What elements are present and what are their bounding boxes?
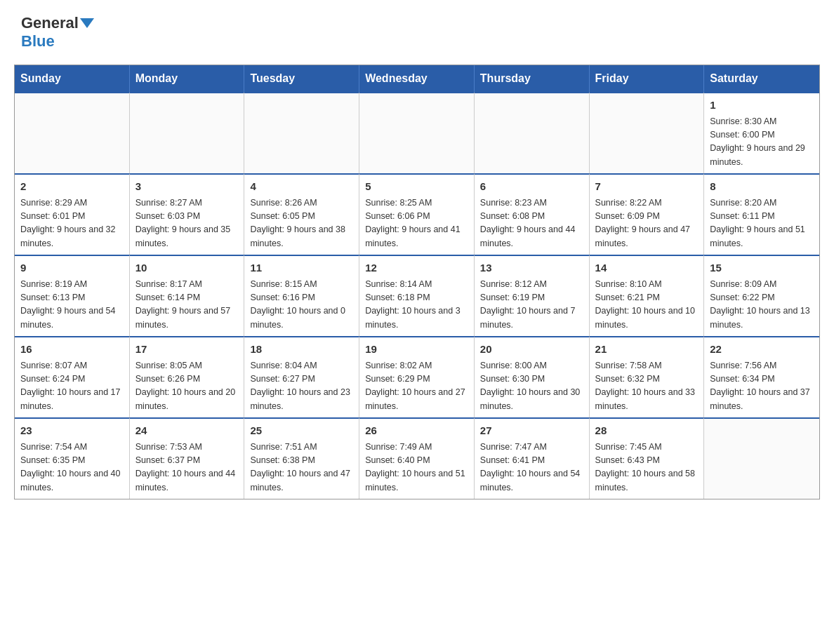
day-header-saturday: Saturday	[704, 65, 819, 92]
day-info: Sunrise: 8:22 AM Sunset: 6:09 PM Dayligh…	[595, 196, 699, 251]
day-info: Sunrise: 8:17 AM Sunset: 6:14 PM Dayligh…	[135, 278, 239, 333]
day-info: Sunrise: 8:09 AM Sunset: 6:22 PM Dayligh…	[710, 278, 814, 333]
day-cell-week1-day4	[359, 92, 475, 173]
day-cell-week5-day6: 28Sunrise: 7:45 AM Sunset: 6:43 PM Dayli…	[590, 417, 705, 499]
day-info: Sunrise: 7:56 AM Sunset: 6:34 PM Dayligh…	[710, 359, 814, 414]
day-info: Sunrise: 7:58 AM Sunset: 6:32 PM Dayligh…	[595, 359, 699, 414]
day-number: 26	[365, 423, 468, 439]
day-header-friday: Friday	[590, 65, 705, 92]
day-header-thursday: Thursday	[475, 65, 590, 92]
day-cell-week4-day4: 19Sunrise: 8:02 AM Sunset: 6:29 PM Dayli…	[359, 336, 475, 417]
day-cell-week3-day7: 15Sunrise: 8:09 AM Sunset: 6:22 PM Dayli…	[704, 255, 819, 336]
page-header: General Blue	[0, 0, 834, 58]
day-number: 25	[250, 423, 353, 439]
day-info: Sunrise: 8:26 AM Sunset: 6:05 PM Dayligh…	[250, 196, 353, 251]
day-cell-week2-day5: 6Sunrise: 8:23 AM Sunset: 6:08 PM Daylig…	[475, 173, 590, 255]
day-number: 5	[365, 179, 468, 195]
day-cell-week3-day5: 13Sunrise: 8:12 AM Sunset: 6:19 PM Dayli…	[475, 255, 590, 336]
day-info: Sunrise: 8:19 AM Sunset: 6:13 PM Dayligh…	[20, 278, 124, 333]
day-header-monday: Monday	[130, 65, 245, 92]
day-number: 1	[710, 98, 814, 114]
day-info: Sunrise: 8:10 AM Sunset: 6:21 PM Dayligh…	[595, 278, 699, 333]
day-cell-week2-day7: 8Sunrise: 8:20 AM Sunset: 6:11 PM Daylig…	[704, 173, 819, 255]
logo-triangle-icon	[80, 18, 94, 28]
day-cell-week2-day3: 4Sunrise: 8:26 AM Sunset: 6:05 PM Daylig…	[244, 173, 359, 255]
day-cell-week4-day3: 18Sunrise: 8:04 AM Sunset: 6:27 PM Dayli…	[244, 336, 359, 417]
day-info: Sunrise: 8:00 AM Sunset: 6:30 PM Dayligh…	[480, 359, 583, 414]
day-info: Sunrise: 8:04 AM Sunset: 6:27 PM Dayligh…	[250, 359, 353, 414]
day-number: 2	[20, 179, 124, 195]
day-header-sunday: Sunday	[15, 65, 130, 92]
day-info: Sunrise: 8:02 AM Sunset: 6:29 PM Dayligh…	[365, 359, 468, 414]
day-number: 18	[250, 342, 353, 358]
day-info: Sunrise: 8:25 AM Sunset: 6:06 PM Dayligh…	[365, 196, 468, 251]
day-cell-week5-day2: 24Sunrise: 7:53 AM Sunset: 6:37 PM Dayli…	[130, 417, 245, 499]
day-number: 4	[250, 179, 353, 195]
day-info: Sunrise: 8:12 AM Sunset: 6:19 PM Dayligh…	[480, 278, 583, 333]
day-number: 24	[135, 423, 239, 439]
day-cell-week4-day1: 16Sunrise: 8:07 AM Sunset: 6:24 PM Dayli…	[15, 336, 130, 417]
day-cell-week5-day1: 23Sunrise: 7:54 AM Sunset: 6:35 PM Dayli…	[15, 417, 130, 499]
day-number: 12	[365, 260, 468, 276]
logo-general-text: General	[21, 14, 79, 32]
day-info: Sunrise: 7:45 AM Sunset: 6:43 PM Dayligh…	[595, 441, 699, 495]
day-number: 10	[135, 260, 239, 276]
day-number: 11	[250, 260, 353, 276]
day-cell-week1-day3	[244, 92, 359, 173]
day-number: 27	[480, 423, 583, 439]
day-cell-week2-day1: 2Sunrise: 8:29 AM Sunset: 6:01 PM Daylig…	[15, 173, 130, 255]
day-info: Sunrise: 8:07 AM Sunset: 6:24 PM Dayligh…	[20, 359, 124, 414]
day-cell-week1-day2	[130, 92, 245, 173]
day-cell-week3-day3: 11Sunrise: 8:15 AM Sunset: 6:16 PM Dayli…	[244, 255, 359, 336]
day-cell-week1-day6	[590, 92, 705, 173]
day-info: Sunrise: 8:15 AM Sunset: 6:16 PM Dayligh…	[250, 278, 353, 333]
day-cell-week1-day5	[475, 92, 590, 173]
day-cell-week2-day6: 7Sunrise: 8:22 AM Sunset: 6:09 PM Daylig…	[590, 173, 705, 255]
day-number: 19	[365, 342, 468, 358]
calendar-header-row: SundayMondayTuesdayWednesdayThursdayFrid…	[15, 65, 819, 92]
day-cell-week5-day3: 25Sunrise: 7:51 AM Sunset: 6:38 PM Dayli…	[244, 417, 359, 499]
day-cell-week1-day1	[15, 92, 130, 173]
day-cell-week5-day7	[704, 417, 819, 499]
day-cell-week5-day4: 26Sunrise: 7:49 AM Sunset: 6:40 PM Dayli…	[359, 417, 475, 499]
day-number: 16	[20, 342, 124, 358]
day-cell-week3-day1: 9Sunrise: 8:19 AM Sunset: 6:13 PM Daylig…	[15, 255, 130, 336]
day-cell-week3-day6: 14Sunrise: 8:10 AM Sunset: 6:21 PM Dayli…	[590, 255, 705, 336]
day-info: Sunrise: 8:30 AM Sunset: 6:00 PM Dayligh…	[710, 115, 814, 170]
day-number: 7	[595, 179, 699, 195]
day-info: Sunrise: 7:51 AM Sunset: 6:38 PM Dayligh…	[250, 441, 353, 495]
day-number: 13	[480, 260, 583, 276]
day-info: Sunrise: 7:49 AM Sunset: 6:40 PM Dayligh…	[365, 441, 468, 495]
day-cell-week2-day4: 5Sunrise: 8:25 AM Sunset: 6:06 PM Daylig…	[359, 173, 475, 255]
day-number: 23	[20, 423, 124, 439]
day-info: Sunrise: 8:20 AM Sunset: 6:11 PM Dayligh…	[710, 196, 814, 251]
day-number: 22	[710, 342, 814, 358]
day-cell-week4-day6: 21Sunrise: 7:58 AM Sunset: 6:32 PM Dayli…	[590, 336, 705, 417]
day-cell-week1-day7: 1Sunrise: 8:30 AM Sunset: 6:00 PM Daylig…	[704, 92, 819, 173]
day-info: Sunrise: 7:53 AM Sunset: 6:37 PM Dayligh…	[135, 441, 239, 495]
day-number: 21	[595, 342, 699, 358]
day-cell-week4-day2: 17Sunrise: 8:05 AM Sunset: 6:26 PM Dayli…	[130, 336, 245, 417]
logo: General Blue	[21, 14, 94, 51]
day-info: Sunrise: 7:54 AM Sunset: 6:35 PM Dayligh…	[20, 441, 124, 495]
logo-blue-text: Blue	[21, 32, 94, 51]
day-info: Sunrise: 8:29 AM Sunset: 6:01 PM Dayligh…	[20, 196, 124, 251]
day-cell-week4-day7: 22Sunrise: 7:56 AM Sunset: 6:34 PM Dayli…	[704, 336, 819, 417]
day-cell-week5-day5: 27Sunrise: 7:47 AM Sunset: 6:41 PM Dayli…	[475, 417, 590, 499]
calendar-body: 1Sunrise: 8:30 AM Sunset: 6:00 PM Daylig…	[15, 92, 819, 499]
day-header-tuesday: Tuesday	[244, 65, 359, 92]
day-info: Sunrise: 7:47 AM Sunset: 6:41 PM Dayligh…	[480, 441, 583, 495]
day-number: 20	[480, 342, 583, 358]
day-cell-week3-day2: 10Sunrise: 8:17 AM Sunset: 6:14 PM Dayli…	[130, 255, 245, 336]
day-number: 17	[135, 342, 239, 358]
day-info: Sunrise: 8:23 AM Sunset: 6:08 PM Dayligh…	[480, 196, 583, 251]
day-cell-week4-day5: 20Sunrise: 8:00 AM Sunset: 6:30 PM Dayli…	[475, 336, 590, 417]
day-header-wednesday: Wednesday	[359, 65, 475, 92]
day-info: Sunrise: 8:14 AM Sunset: 6:18 PM Dayligh…	[365, 278, 468, 333]
calendar-container: SundayMondayTuesdayWednesdayThursdayFrid…	[14, 65, 820, 499]
day-cell-week2-day2: 3Sunrise: 8:27 AM Sunset: 6:03 PM Daylig…	[130, 173, 245, 255]
day-number: 3	[135, 179, 239, 195]
day-number: 8	[710, 179, 814, 195]
day-number: 6	[480, 179, 583, 195]
day-number: 9	[20, 260, 124, 276]
